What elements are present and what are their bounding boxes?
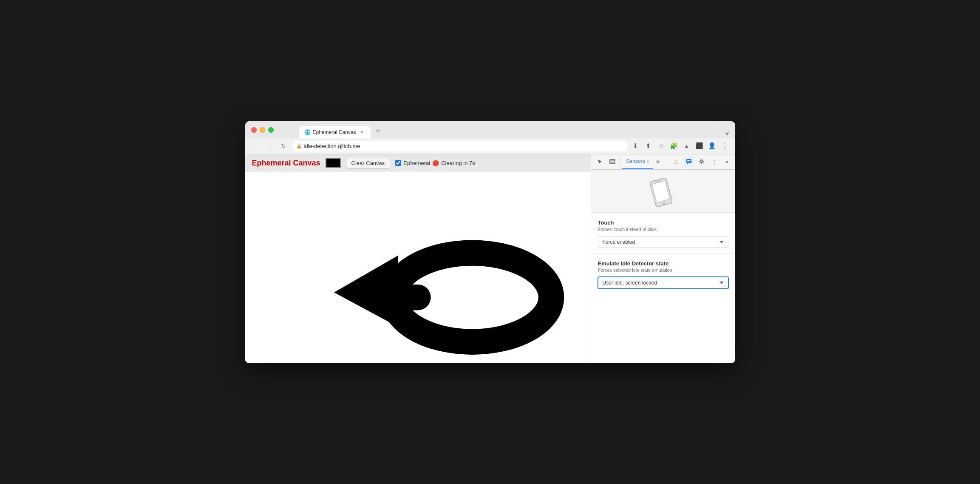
ephemeral-label: Ephemeral xyxy=(403,160,430,166)
inspect-element-icon[interactable] xyxy=(594,156,606,168)
tab-bar: 🌐 Ephemeral Canvas × + ∨ xyxy=(299,125,729,138)
timer-icon: 🔴 xyxy=(432,160,439,166)
ephemeral-checkbox-area: Ephemeral 🔴 Clearing in 7s xyxy=(395,160,475,166)
canvas-area[interactable] xyxy=(245,172,591,363)
devtools-more-icon[interactable]: ⋮ xyxy=(709,156,720,167)
page-toolbar: Ephemeral Canvas Clear Canvas Ephemeral … xyxy=(245,154,591,172)
chevron-down-icon[interactable]: ∨ xyxy=(725,130,729,137)
devtools-panel: Sensors × » ⚠ xyxy=(591,154,735,363)
share-icon[interactable]: ⬆ xyxy=(644,142,653,150)
split-icon[interactable]: ⬛ xyxy=(695,142,704,150)
maximize-button[interactable] xyxy=(268,127,274,133)
sensors-tab-label: Sensors xyxy=(626,158,645,164)
svg-point-7 xyxy=(701,161,702,162)
svg-rect-3 xyxy=(611,160,614,162)
address-wrapper: 🔒 xyxy=(292,141,628,151)
svg-point-1 xyxy=(419,277,525,317)
minimize-button[interactable] xyxy=(260,127,265,133)
forward-button[interactable]: → xyxy=(265,141,275,151)
address-input[interactable] xyxy=(292,141,628,151)
browser-window: 🌐 Ephemeral Canvas × + ∨ ← → ↻ 🔒 ⬇ ⬆ ☆ 🧩 xyxy=(245,121,735,363)
warning-icon[interactable]: ⚠ xyxy=(671,156,682,167)
devtools-header: Sensors × » ⚠ xyxy=(591,154,735,170)
touch-section: Touch Forces touch instead of click No o… xyxy=(591,213,735,253)
touch-section-title: Touch xyxy=(598,219,728,226)
idle-section-title: Emulate Idle Detector state xyxy=(598,260,728,267)
address-bar: ← → ↻ 🔒 ⬇ ⬆ ☆ 🧩 ▲ ⬛ 👤 ⋮ xyxy=(245,138,735,154)
page-content: Ephemeral Canvas Clear Canvas Ephemeral … xyxy=(245,154,591,363)
settings-icon[interactable] xyxy=(696,156,707,167)
new-tab-button[interactable]: + xyxy=(372,125,384,137)
main-area: Ephemeral Canvas Clear Canvas Ephemeral … xyxy=(245,154,735,363)
phone-illustration xyxy=(637,174,688,208)
devtools-content: Touch Forces touch instead of click No o… xyxy=(591,170,735,363)
devtools-tabs: Sensors × » xyxy=(622,154,671,169)
idle-section: Emulate Idle Detector state Forces selec… xyxy=(591,253,735,294)
download-icon[interactable]: ⬇ xyxy=(632,142,640,150)
tab-sensors[interactable]: Sensors × xyxy=(622,154,654,169)
header-divider xyxy=(620,157,620,166)
clear-canvas-button[interactable]: Clear Canvas xyxy=(346,158,391,168)
clearing-text: Clearing in 7s xyxy=(441,160,475,166)
back-button[interactable]: ← xyxy=(251,141,261,151)
traffic-lights xyxy=(251,127,274,133)
bookmark-icon[interactable]: ☆ xyxy=(657,142,666,150)
svg-rect-6 xyxy=(687,162,689,162)
phone-image-area xyxy=(591,170,735,213)
devtools-right-icons: ⚠ ⋮ xyxy=(671,156,733,167)
svg-rect-4 xyxy=(686,159,691,163)
more-menu-icon[interactable]: ⋮ xyxy=(721,142,729,150)
active-tab[interactable]: 🌐 Ephemeral Canvas × xyxy=(299,126,371,138)
title-bar: 🌐 Ephemeral Canvas × + ∨ xyxy=(245,121,735,138)
profile-icon[interactable]: 👤 xyxy=(708,142,717,150)
more-tabs-icon[interactable]: » xyxy=(653,158,662,165)
idle-section-desc: Forces selected idle state emulation xyxy=(598,268,728,273)
tab-close-button[interactable]: × xyxy=(359,129,365,136)
ephemeral-checkbox[interactable] xyxy=(395,160,401,166)
sensors-tab-close[interactable]: × xyxy=(647,159,649,164)
canvas-drawing xyxy=(245,172,591,363)
touch-select[interactable]: No override Force enabled Force disabled xyxy=(598,236,728,248)
pin-icon[interactable]: ▲ xyxy=(683,142,691,150)
tab-favicon: 🌐 xyxy=(304,129,310,135)
refresh-button[interactable]: ↻ xyxy=(278,141,289,151)
toolbar-icons: ⬇ ⬆ ☆ 🧩 ▲ ⬛ 👤 ⋮ xyxy=(632,142,729,150)
touch-section-desc: Forces touch instead of click xyxy=(598,227,728,232)
device-toolbar-icon[interactable] xyxy=(606,156,618,168)
svg-rect-5 xyxy=(687,160,691,161)
lock-icon: 🔒 xyxy=(296,143,302,149)
chat-icon[interactable] xyxy=(683,156,694,167)
tab-title: Ephemeral Canvas xyxy=(313,129,356,135)
devtools-close-icon[interactable]: × xyxy=(722,156,733,167)
idle-state-select[interactable]: No override User active, screen unlocked… xyxy=(598,277,728,289)
extensions-icon[interactable]: 🧩 xyxy=(670,142,678,150)
tab-bar-right: ∨ xyxy=(725,130,729,138)
app-title: Ephemeral Canvas xyxy=(252,159,320,168)
color-picker[interactable] xyxy=(326,158,341,168)
devtools-tool-icons xyxy=(594,156,618,168)
close-button[interactable] xyxy=(251,127,257,133)
